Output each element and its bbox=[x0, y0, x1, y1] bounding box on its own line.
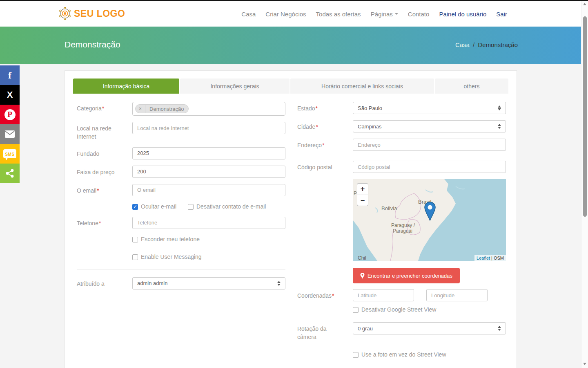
email-input[interactable] bbox=[132, 184, 285, 196]
nav-item-painel-usuario[interactable]: Painel do usuário bbox=[439, 11, 486, 18]
ocultar-email-checkbox[interactable]: Ocultar e-mail bbox=[132, 202, 188, 211]
page-banner: Demonstração Casa / Demonstração bbox=[0, 27, 588, 64]
checkbox-icon[interactable] bbox=[353, 307, 359, 313]
checkbox-checked-icon[interactable] bbox=[132, 204, 138, 210]
logo-text: SEU LOGO bbox=[74, 8, 125, 19]
map-attribution: Leaflet|OSM bbox=[474, 255, 506, 261]
checkbox-icon[interactable] bbox=[132, 254, 138, 260]
esconder-telefone-checkbox[interactable]: Esconder meu telefone bbox=[132, 235, 200, 244]
form-column-left: Categoria* × Demonstração Local na rede … bbox=[77, 102, 285, 365]
checkbox-icon[interactable] bbox=[132, 237, 138, 242]
latitude-input[interactable] bbox=[353, 289, 414, 301]
use-foto-checkbox[interactable]: Use a foto em vez do Street View bbox=[353, 350, 446, 359]
x-share-button[interactable]: X bbox=[0, 85, 20, 105]
nav-item-todas-ofertas[interactable]: Todas as ofertas bbox=[316, 11, 361, 18]
categoria-label: Categoria bbox=[77, 105, 102, 112]
email-share-button[interactable] bbox=[0, 124, 20, 144]
cidade-select[interactable]: Campinas bbox=[353, 120, 506, 132]
coordenadas-label: Coordenadas bbox=[297, 292, 332, 299]
scrollbar-thumb[interactable] bbox=[583, 16, 587, 217]
field-row-email: O email* bbox=[77, 184, 285, 196]
desativar-street-view-checkbox[interactable]: Desativar Google Street View bbox=[353, 305, 436, 314]
map-pin-icon bbox=[360, 273, 365, 279]
rotacao-select[interactable]: 0 grau bbox=[353, 322, 506, 334]
categoria-tag-chip: × Demonstração bbox=[135, 104, 189, 113]
envelope-icon bbox=[5, 130, 15, 138]
sms-share-button[interactable]: SMS bbox=[0, 144, 20, 164]
main-nav: Casa Criar Negócios Todas as ofertas Pág… bbox=[241, 1, 507, 27]
website-input[interactable] bbox=[132, 122, 285, 134]
social-share-sidebar: f X P SMS bbox=[0, 65, 20, 183]
find-coordinates-button[interactable]: Encontrar e preencher coordenadas bbox=[353, 268, 460, 283]
facebook-share-button[interactable]: f bbox=[0, 65, 20, 85]
top-window-strip bbox=[0, 0, 588, 1]
telefone-input[interactable] bbox=[132, 217, 285, 229]
categoria-tag-input[interactable]: × Demonstração bbox=[132, 102, 285, 116]
field-row-cidade: Cidade* Campinas bbox=[297, 120, 506, 132]
faixa-preco-input[interactable] bbox=[132, 166, 285, 178]
fundado-input[interactable] bbox=[132, 147, 285, 159]
tab-others[interactable]: others bbox=[435, 79, 508, 94]
share-button[interactable] bbox=[0, 164, 20, 183]
atribuido-select[interactable]: admin admin bbox=[132, 277, 285, 289]
required-asterisk: * bbox=[102, 105, 104, 112]
estado-select[interactable]: São Paulo bbox=[353, 102, 506, 114]
required-asterisk: * bbox=[316, 123, 318, 130]
website-label: Local na rede Internet bbox=[77, 122, 132, 141]
nav-item-sair[interactable]: Sair bbox=[496, 11, 507, 18]
endereco-input[interactable] bbox=[353, 139, 506, 151]
scrollbar-up-arrow-icon[interactable] bbox=[583, 3, 586, 5]
faixa-preco-label: Faixa de preço bbox=[77, 166, 132, 178]
tab-informacoes-gerais[interactable]: Informações gerais bbox=[180, 79, 290, 94]
osm-link[interactable]: OSM bbox=[494, 256, 504, 260]
required-asterisk: * bbox=[316, 105, 318, 112]
field-row-codigo-postal: Código postal bbox=[297, 161, 506, 173]
esconder-telefone-row: Esconder meu telefone bbox=[132, 235, 285, 244]
share-nodes-icon bbox=[5, 168, 14, 178]
leaflet-link[interactable]: Leaflet bbox=[477, 256, 490, 260]
atribuido-label: Atribuído a bbox=[77, 277, 132, 289]
desativar-contato-checkbox[interactable]: Desativar contato de e-mail bbox=[188, 202, 270, 211]
field-row-fundado: Fundado bbox=[77, 147, 285, 159]
map-marker-icon[interactable] bbox=[423, 202, 437, 221]
map-row: Brasil Bolivia Paraguay / Paraguái Chil … bbox=[297, 179, 506, 283]
street-view-row: Desativar Google Street View bbox=[353, 305, 506, 314]
logo[interactable]: SEU LOGO bbox=[58, 7, 125, 20]
email-label: O email bbox=[77, 187, 96, 194]
leaflet-map[interactable]: Brasil Bolivia Paraguay / Paraguái Chil … bbox=[353, 179, 506, 261]
fundado-label: Fundado bbox=[77, 147, 132, 159]
select-caret-icon bbox=[498, 326, 501, 331]
zoom-out-button[interactable]: − bbox=[357, 195, 368, 206]
required-asterisk: * bbox=[322, 142, 324, 148]
vertical-scrollbar[interactable] bbox=[581, 0, 588, 368]
x-twitter-icon: X bbox=[7, 90, 13, 100]
nav-item-casa[interactable]: Casa bbox=[241, 11, 256, 18]
scrollbar-down-arrow-icon[interactable] bbox=[583, 363, 586, 365]
tab-horario-links[interactable]: Horário comercial e links sociais bbox=[290, 79, 434, 94]
breadcrumb-current: Demonstração bbox=[478, 41, 518, 48]
required-asterisk: * bbox=[97, 187, 99, 194]
cidade-label: Cidade bbox=[297, 123, 315, 130]
section-divider bbox=[77, 269, 285, 270]
user-messaging-checkbox[interactable]: Enable User Messaging bbox=[132, 253, 202, 261]
form-tabs: Informação básica Informações gerais Hor… bbox=[73, 79, 508, 94]
sms-icon: SMS bbox=[3, 149, 16, 158]
select-caret-icon bbox=[498, 124, 501, 129]
tag-remove-icon[interactable]: × bbox=[136, 105, 145, 113]
nav-item-paginas[interactable]: Páginas bbox=[371, 11, 398, 18]
field-row-endereco: Endereço* bbox=[297, 139, 506, 151]
pinterest-icon: P bbox=[4, 109, 16, 120]
field-row-telefone: Telefone* bbox=[77, 217, 285, 229]
codigo-postal-input[interactable] bbox=[353, 161, 506, 173]
checkbox-icon[interactable] bbox=[353, 352, 359, 358]
breadcrumb-home-link[interactable]: Casa bbox=[455, 41, 470, 48]
pinterest-share-button[interactable]: P bbox=[0, 105, 20, 124]
checkbox-icon[interactable] bbox=[188, 204, 194, 210]
longitude-input[interactable] bbox=[426, 289, 488, 301]
zoom-in-button[interactable]: + bbox=[357, 184, 368, 195]
nav-item-contato[interactable]: Contato bbox=[408, 11, 430, 18]
field-row-coordenadas: Coordenadas* bbox=[297, 289, 506, 301]
tab-informacao-basica[interactable]: Informação básica bbox=[73, 79, 179, 94]
nav-item-criar-negocios[interactable]: Criar Negócios bbox=[265, 11, 306, 18]
page-title: Demonstração bbox=[65, 40, 120, 49]
